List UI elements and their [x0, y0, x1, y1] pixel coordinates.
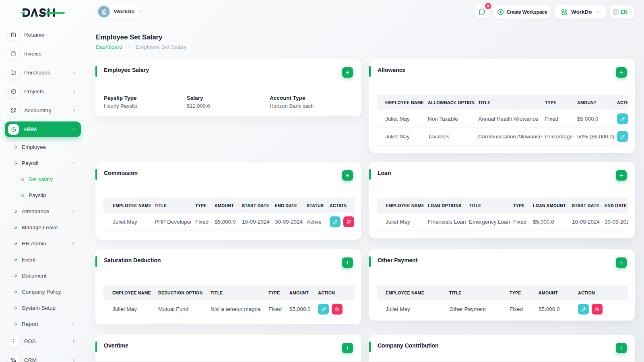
table-cell: Fixed	[195, 219, 215, 225]
add-button[interactable]	[342, 67, 353, 78]
pencil-icon	[332, 219, 338, 225]
sidebar-item-hrm[interactable]: HRM	[0, 120, 87, 139]
table-row: Juliet May Mutual Fund Nisi a tenetur ma…	[103, 300, 355, 318]
sidebar-item-pos[interactable]: POS	[0, 332, 87, 351]
card-title: Commission	[104, 170, 138, 176]
add-button[interactable]	[616, 170, 627, 181]
table-header-row: EMPLOYEE NAME TITLE TYPE AMOUNT ACTION	[377, 285, 628, 300]
sidebar-item-hr-admin[interactable]: HR Admin	[0, 235, 87, 251]
chevron-right-icon	[72, 339, 76, 343]
table-scroll-area[interactable]: EMPLOYEE NAME DEDUCTION OPTION TITLE TYP…	[103, 285, 355, 318]
add-button[interactable]	[616, 343, 627, 353]
sidebar-item-report[interactable]: Report	[0, 316, 87, 332]
table-cell: Annual Health Allowance	[478, 116, 545, 122]
table-scroll-area[interactable]: EMPLOYEE NAME ALLOWNACE OPTION TITLE TYP…	[377, 95, 628, 146]
breadcrumb-dashboard-link[interactable]: Dashboard	[96, 44, 122, 50]
sidebar-item-crm[interactable]: CRM	[0, 351, 87, 362]
column-header: START DATE	[572, 203, 605, 208]
delete-button[interactable]	[343, 216, 354, 227]
dash-logo[interactable]	[20, 2, 66, 20]
column-header: EMPLOYEE NAME	[386, 203, 428, 208]
sidebar-item-payroll[interactable]: Payroll	[0, 155, 87, 171]
shopping-cart-icon	[10, 70, 17, 76]
pencil-icon	[620, 134, 625, 140]
sidebar-item-event[interactable]: Event	[0, 251, 87, 267]
sidebar-item-invoice[interactable]: Invoice	[0, 44, 87, 63]
column-header: START DATE	[242, 203, 275, 208]
card-header: Commission	[95, 162, 361, 189]
table-scroll-area[interactable]: EMPLOYEE NAME TITLE TYPE AMOUNT START DA…	[103, 198, 355, 231]
add-button[interactable]	[616, 67, 627, 78]
table-cell: Communication Allowance	[478, 134, 545, 140]
chevron-right-icon	[71, 209, 75, 213]
delete-button[interactable]	[592, 304, 603, 315]
edit-button[interactable]	[617, 113, 628, 124]
table-cell: Fixed	[513, 219, 533, 225]
sidebar-item-employee[interactable]: Employee	[0, 139, 87, 155]
edit-button[interactable]	[330, 216, 341, 227]
workdo-menu-button[interactable]: WorkDo	[555, 5, 606, 19]
bullet-ring-icon	[13, 144, 17, 149]
chevron-right-icon	[71, 161, 75, 165]
add-button[interactable]	[342, 170, 353, 181]
chevron-right-icon	[71, 241, 75, 245]
checkbox-icon	[8, 86, 19, 97]
table-header-row: EMPLOYEE NAME LOAN OPTIONS TITLE TYPE LO…	[377, 198, 628, 213]
sidebar-item-system-setup[interactable]: System Setup	[0, 300, 87, 316]
column-header: AMOUNT	[289, 290, 318, 295]
table-cell: $5,000.0	[577, 116, 617, 122]
delete-button[interactable]	[332, 304, 343, 315]
table-cell: Nisi a tenetur magna	[211, 306, 268, 312]
sidebar-item-accounting[interactable]: Accounting	[0, 101, 87, 120]
chevron-right-icon	[72, 358, 76, 362]
edit-button[interactable]	[617, 131, 628, 142]
add-button[interactable]	[342, 257, 353, 268]
add-button[interactable]	[342, 343, 353, 353]
table-scroll-area[interactable]: EMPLOYEE NAME TITLE TYPE AMOUNT ACTION J…	[377, 285, 628, 318]
sidebar-item-purchases[interactable]: Purchases	[0, 63, 87, 82]
sidebar: Retainer Invoice Purchases Projects Acco…	[0, 25, 87, 362]
card-header: Other Payment	[369, 249, 635, 276]
field-label: Salary	[187, 95, 270, 101]
table-scroll-area[interactable]: EMPLOYEE NAME LOAN OPTIONS TITLE TYPE LO…	[377, 198, 628, 231]
chevron-down-icon	[72, 127, 76, 132]
sidebar-item-set-salary[interactable]: Set salary	[0, 171, 87, 187]
trash-icon	[346, 219, 351, 224]
sidebar-item-retainer[interactable]: Retainer	[0, 25, 87, 44]
chevron-down-icon	[138, 9, 142, 14]
table-cell: Emergency Loan	[469, 219, 513, 225]
plus-icon	[345, 260, 350, 265]
sidebar-item-manage-leave[interactable]: Manage Leave	[0, 219, 87, 235]
table-cell: Juliet May	[112, 306, 158, 312]
column-header: TITLE	[478, 100, 545, 105]
sidebar-item-attendance[interactable]: Attendance	[0, 203, 87, 219]
edit-button[interactable]	[578, 304, 589, 315]
sidebar-item-payslip[interactable]: Payslip	[0, 187, 87, 203]
table-cell: Other Payment	[449, 306, 510, 312]
card-header: Employee Salary	[95, 59, 361, 86]
column-header: END DATE	[605, 203, 628, 208]
globe-icon	[612, 8, 619, 16]
sidebar-item-document[interactable]: Document	[0, 267, 87, 284]
chevron-down-icon	[595, 10, 600, 14]
chevron-right-icon	[127, 45, 131, 49]
messages-button[interactable]: 0	[475, 5, 489, 19]
workspace-switcher[interactable]: WorkDo	[96, 4, 141, 19]
column-header: TYPE	[513, 203, 533, 208]
table-cell: $5,000.0	[539, 306, 578, 312]
column-header: STATUS	[307, 203, 330, 208]
column-header: AMOUNT	[215, 203, 242, 208]
card-commission: Commission EMPLOYEE NAME TITLE TYPE AMOU…	[95, 162, 361, 240]
table-cell: Fixed	[510, 306, 539, 312]
column-header: TYPE	[195, 203, 215, 208]
sidebar-item-projects[interactable]: Projects	[0, 82, 87, 101]
plus-icon	[345, 173, 350, 178]
add-button[interactable]	[616, 257, 627, 268]
chevron-right-icon	[71, 322, 75, 326]
sidebar-item-company-policy[interactable]: Company Policy	[0, 284, 87, 300]
edit-button[interactable]	[318, 304, 329, 315]
table-cell: Mutual Fund	[158, 306, 211, 312]
language-button[interactable]: EN	[610, 5, 634, 19]
column-header: ACTION	[578, 290, 626, 295]
create-workspace-button[interactable]: Create Workspace	[493, 5, 551, 19]
